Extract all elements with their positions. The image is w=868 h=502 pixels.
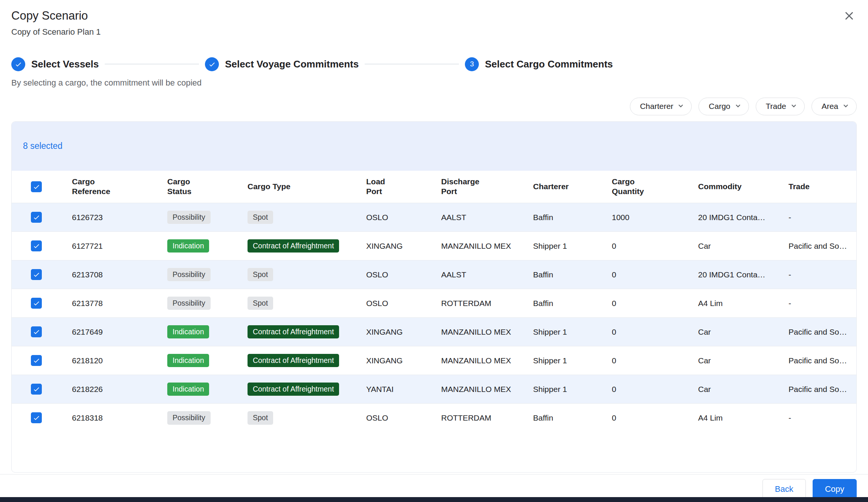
cargo-reference-cell: 6213778 [61,289,156,318]
stepper-step-1[interactable]: Select Vessels [11,57,99,71]
discharge-port-cell: MANZANILLO MEX [430,375,522,404]
row-select-cell [12,318,61,346]
row-checkbox[interactable] [31,240,42,251]
cargo-type-cell: Spot [236,203,355,232]
chevron-down-icon [841,101,850,112]
cargo-status-cell: Possibility [156,203,236,232]
table-header-row: CargoReferenceCargoStatusCargo TypeLoadP… [12,171,856,203]
step-connector [105,64,199,64]
cargo-status-cell: Possibility [156,404,236,432]
trade-cell: Pacific and So… [777,232,856,260]
charterer-cell: Baffin [522,289,601,318]
column-header: Cargo Type [236,171,355,203]
commodity-cell: Car [687,232,777,260]
commodity-cell: Car [687,375,777,404]
cargo-reference-cell: 6217649 [61,318,156,346]
helper-text: By selecting a cargo, the commitment wil… [0,78,868,88]
table-row[interactable]: 6127721IndicationContract of Affreightme… [12,232,856,260]
row-checkbox[interactable] [31,298,42,309]
cargo-quantity-cell: 0 [601,404,687,432]
cargo-table: CargoReferenceCargoStatusCargo TypeLoadP… [12,171,856,432]
filter-cargo-dropdown[interactable]: Cargo [698,98,749,115]
cargo-table-container: 8 selected CargoReferenceCargoStatusCarg… [11,121,857,473]
row-checkbox[interactable] [31,412,42,423]
row-select-cell [12,203,61,232]
filter-area-dropdown[interactable]: Area [811,98,857,115]
table-row[interactable]: 6218318PossibilitySpotOSLOROTTERDAMBaffi… [12,404,856,432]
table-row[interactable]: 6213708PossibilitySpotOSLOAALSTBaffin020… [12,260,856,289]
chevron-down-icon [734,101,743,112]
discharge-port-cell: ROTTERDAM [430,289,522,318]
cargo-status-cell: Indication [156,346,236,375]
column-header: CargoReference [61,171,156,203]
table-row[interactable]: 6217649IndicationContract of Affreightme… [12,318,856,346]
select-all-checkbox[interactable] [31,181,42,192]
row-select-cell [12,375,61,404]
close-button[interactable] [841,8,857,25]
stepper-step-3[interactable]: 3Select Cargo Commitments [465,57,613,71]
column-header-line: Trade [789,182,852,191]
table-row[interactable]: 6126723PossibilitySpotOSLOAALSTBaffin100… [12,203,856,232]
footer: Back Copy [0,474,868,499]
filter-label: Area [822,102,838,111]
cargo-type-cell: Spot [236,260,355,289]
column-header-line: Quantity [612,187,682,196]
cargo-type-cell: Contract of Affreightment [236,318,355,346]
selected-count: 8 selected [23,141,63,151]
table-row[interactable]: 6213778PossibilitySpotOSLOROTTERDAMBaffi… [12,289,856,318]
row-select-cell [12,404,61,432]
row-select-cell [12,289,61,318]
trade-cell: - [777,260,856,289]
load-port-cell: OSLO [355,289,430,318]
load-port-cell: OSLO [355,404,430,432]
stepper-step-2[interactable]: Select Voyage Commitments [205,57,359,71]
cargo-type-badge: Contract of Affreightment [248,354,339,367]
column-header: Trade [777,171,856,203]
close-icon [843,9,856,24]
table-body: 6126723PossibilitySpotOSLOAALSTBaffin100… [12,203,856,432]
filter-trade-dropdown[interactable]: Trade [756,98,805,115]
trade-cell: Pacific and So… [777,346,856,375]
row-checkbox[interactable] [31,212,42,223]
cargo-type-badge: Spot [248,411,273,424]
select-all-cell [12,171,61,203]
charterer-cell: Shipper 1 [522,346,601,375]
column-header: CargoQuantity [601,171,687,203]
step-label: Select Voyage Commitments [225,58,359,70]
selection-summary-bar: 8 selected [12,122,856,171]
filter-label: Charterer [640,102,674,111]
row-checkbox[interactable] [31,384,42,395]
cargo-reference-cell: 6213708 [61,260,156,289]
trade-cell: Pacific and So… [777,318,856,346]
cargo-quantity-cell: 1000 [601,203,687,232]
cargo-status-cell: Indication [156,375,236,404]
cargo-type-cell: Spot [236,404,355,432]
column-header: Charterer [522,171,601,203]
row-checkbox[interactable] [31,326,42,337]
commodity-cell: Car [687,318,777,346]
back-button[interactable]: Back [763,479,806,499]
cargo-quantity-cell: 0 [601,318,687,346]
charterer-cell: Baffin [522,203,601,232]
commodity-cell: 20 IMDG1 Conta… [687,260,777,289]
page-subtitle: Copy of Scenario Plan 1 [11,27,857,37]
chevron-down-icon [676,101,685,112]
cargo-quantity-cell: 0 [601,260,687,289]
step-number-badge: 3 [465,57,479,71]
cargo-reference-cell: 6126723 [61,203,156,232]
discharge-port-cell: ROTTERDAM [430,404,522,432]
copy-button[interactable]: Copy [813,479,857,499]
filter-label: Trade [766,102,786,111]
row-checkbox[interactable] [31,355,42,366]
commodity-cell: 20 IMDG1 Conta… [687,203,777,232]
cargo-type-badge: Spot [248,268,273,281]
page-title: Copy Scenario [11,9,857,23]
load-port-cell: YANTAI [355,375,430,404]
filter-charterer-dropdown[interactable]: Charterer [630,98,692,115]
commodity-cell: Car [687,346,777,375]
table-row[interactable]: 6218226IndicationContract of Affreightme… [12,375,856,404]
step-check-icon [205,57,219,71]
cargo-type-badge: Contract of Affreightment [248,325,339,338]
table-row[interactable]: 6218120IndicationContract of Affreightme… [12,346,856,375]
row-checkbox[interactable] [31,269,42,280]
